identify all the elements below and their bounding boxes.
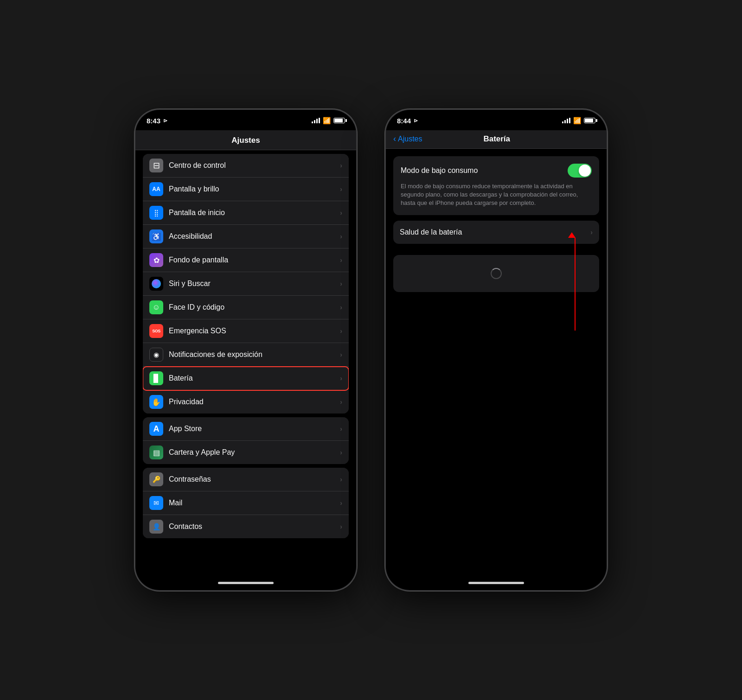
settings-item-accesibilidad[interactable]: ♿ Accesibilidad › xyxy=(143,225,349,248)
toggle-thumb xyxy=(579,165,591,177)
loading-spinner xyxy=(491,268,502,279)
settings-item-bateria[interactable]: ▊ Batería › xyxy=(143,367,349,390)
mail-label: Mail xyxy=(169,499,340,507)
chevron-icon: › xyxy=(340,304,342,311)
accesibilidad-icon: ♿ xyxy=(149,229,163,243)
settings-item-privacidad[interactable]: ✋ Privacidad › xyxy=(143,390,349,414)
location-icon: ⊳ xyxy=(163,118,167,124)
settings-item-pantalla-inicio[interactable]: ⣿ Pantalla de inicio › xyxy=(143,201,349,225)
pantalla-brillo-label: Pantalla y brillo xyxy=(169,185,340,193)
pantalla-inicio-icon: ⣿ xyxy=(149,206,163,220)
battery-health-chevron-icon: › xyxy=(590,229,593,236)
battery-screen-content[interactable]: Modo de bajo consumo El modo de bajo con… xyxy=(386,149,607,575)
battery-health-label: Salud de la batería xyxy=(400,228,590,236)
left-time: 8:43 ⊳ xyxy=(147,117,167,125)
face-id-icon: ☺ xyxy=(149,300,163,314)
cartera-label: Cartera y Apple Pay xyxy=(169,448,340,457)
low-power-label: Modo de bajo consumo xyxy=(401,166,478,175)
right-wifi-icon: 📶 xyxy=(573,117,581,124)
notif-exposicion-icon: ◉ xyxy=(149,348,163,362)
back-label: Ajustes xyxy=(398,135,422,143)
settings-item-mail[interactable]: ✉ Mail › xyxy=(143,491,349,515)
settings-item-face-id[interactable]: ☺ Face ID y código › xyxy=(143,296,349,319)
settings-item-app-store[interactable]: A App Store › xyxy=(143,417,349,441)
chevron-icon: › xyxy=(340,375,342,382)
siri-icon xyxy=(149,277,163,291)
chevron-icon: › xyxy=(340,449,342,456)
settings-item-contactos[interactable]: 👤 Contactos › xyxy=(143,515,349,538)
settings-section-2: A App Store › ▤ Cartera y Apple Pay › xyxy=(143,417,349,464)
back-button[interactable]: ‹ Ajustes xyxy=(393,134,422,144)
chevron-icon: › xyxy=(340,162,342,169)
left-status-bar: 8:43 ⊳ 📶 xyxy=(135,110,356,130)
fondo-pantalla-label: Fondo de pantalla xyxy=(169,256,340,264)
notif-exposicion-label: Notificaciones de exposición xyxy=(169,350,340,359)
emergencia-sos-label: Emergencia SOS xyxy=(169,327,340,335)
fondo-pantalla-icon: ✿ xyxy=(149,253,163,267)
pantalla-brillo-icon: AA xyxy=(149,182,163,196)
settings-item-emergencia-sos[interactable]: SOS Emergencia SOS › xyxy=(143,319,349,343)
settings-item-fondo-pantalla[interactable]: ✿ Fondo de pantalla › xyxy=(143,248,349,272)
right-location-icon: ⊳ xyxy=(414,118,418,124)
settings-scroll[interactable]: ⊟ Centro de control › AA Pantalla y bril… xyxy=(135,150,356,575)
right-time-display: 8:44 xyxy=(397,117,411,125)
settings-header: Ajustes xyxy=(135,130,356,150)
settings-item-pantalla-brillo[interactable]: AA Pantalla y brillo › xyxy=(143,178,349,201)
face-id-label: Face ID y código xyxy=(169,303,340,312)
pantalla-inicio-label: Pantalla de inicio xyxy=(169,209,340,217)
chevron-icon: › xyxy=(340,523,342,530)
right-signal-icon xyxy=(562,118,570,123)
low-power-section: Modo de bajo consumo El modo de bajo con… xyxy=(393,156,599,215)
right-time: 8:44 ⊳ xyxy=(397,117,418,125)
chevron-icon: › xyxy=(340,256,342,264)
low-power-toggle[interactable] xyxy=(568,164,592,178)
bateria-icon: ▊ xyxy=(149,371,163,385)
battery-icon xyxy=(333,118,345,123)
chevron-icon: › xyxy=(340,499,342,507)
chevron-icon: › xyxy=(340,209,342,216)
chevron-icon: › xyxy=(340,398,342,406)
right-status-icons: 📶 xyxy=(562,117,595,124)
right-status-bar: 8:44 ⊳ 📶 xyxy=(386,110,607,130)
settings-item-contrasenas[interactable]: 🔑 Contraseñas › xyxy=(143,468,349,491)
chevron-icon: › xyxy=(340,280,342,287)
chevron-icon: › xyxy=(340,351,342,358)
time-display: 8:43 xyxy=(147,117,160,125)
left-iphone: 8:43 ⊳ 📶 Ajus xyxy=(134,109,357,591)
settings-section-1: ⊟ Centro de control › AA Pantalla y bril… xyxy=(143,154,349,414)
app-store-label: App Store xyxy=(169,425,340,433)
app-store-icon: A xyxy=(149,422,163,436)
centro-control-icon: ⊟ xyxy=(149,159,163,172)
privacidad-icon: ✋ xyxy=(149,395,163,409)
battery-health-item[interactable]: Salud de la batería › xyxy=(393,221,599,244)
settings-item-siri[interactable]: Siri y Buscar › xyxy=(143,272,349,296)
contrasenas-icon: 🔑 xyxy=(149,472,163,486)
privacidad-label: Privacidad xyxy=(169,398,340,406)
home-indicator xyxy=(135,575,356,590)
accesibilidad-label: Accesibilidad xyxy=(169,232,340,241)
bateria-label: Batería xyxy=(169,374,340,382)
right-home-indicator xyxy=(386,575,607,590)
contactos-icon: 👤 xyxy=(149,520,163,534)
signal-icon xyxy=(312,118,320,123)
low-power-description: El modo de bajo consumo reduce temporalm… xyxy=(401,182,592,208)
status-icons: 📶 xyxy=(312,117,345,124)
back-chevron-icon: ‹ xyxy=(393,134,396,144)
battery-nav-header: ‹ Ajustes Batería xyxy=(386,130,607,149)
mail-icon: ✉ xyxy=(149,496,163,510)
siri-label: Siri y Buscar xyxy=(169,280,340,288)
contactos-label: Contactos xyxy=(169,522,340,531)
chevron-icon: › xyxy=(340,233,342,240)
loading-section xyxy=(393,255,599,292)
settings-item-notif-exposicion[interactable]: ◉ Notificaciones de exposición › xyxy=(143,343,349,367)
wifi-icon: 📶 xyxy=(323,117,331,124)
chevron-icon: › xyxy=(340,425,342,433)
battery-nav-title: Batería xyxy=(422,134,571,144)
low-power-row: Modo de bajo consumo xyxy=(401,164,592,178)
right-iphone: 8:44 ⊳ 📶 xyxy=(385,109,608,591)
centro-control-label: Centro de control xyxy=(169,161,340,170)
settings-item-centro-control[interactable]: ⊟ Centro de control › xyxy=(143,154,349,178)
right-battery-icon xyxy=(584,118,595,123)
settings-item-cartera[interactable]: ▤ Cartera y Apple Pay › xyxy=(143,441,349,464)
chevron-icon: › xyxy=(340,327,342,335)
